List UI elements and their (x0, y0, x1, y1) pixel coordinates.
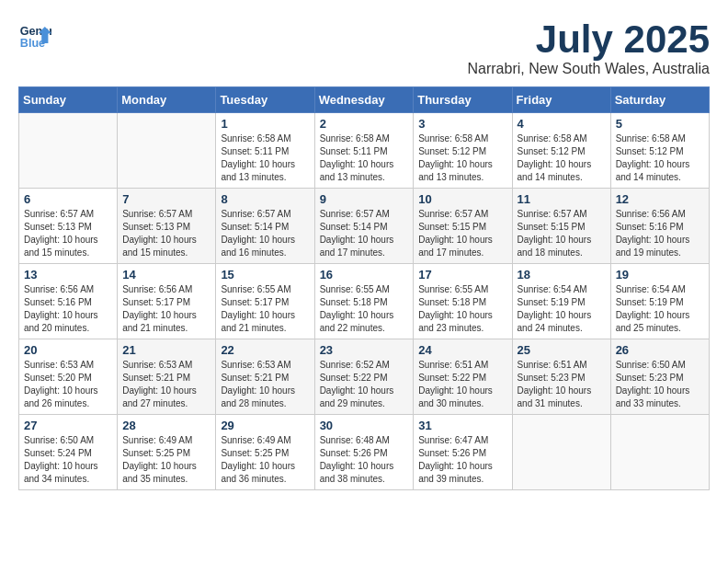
day-number: 7 (122, 192, 210, 206)
calendar-day-cell: 26Sunrise: 6:50 AM Sunset: 5:23 PM Dayli… (610, 339, 709, 415)
day-number: 8 (221, 192, 309, 206)
location-title: Narrabri, New South Wales, Australia (467, 61, 710, 77)
day-info: Sunrise: 6:50 AM Sunset: 5:23 PM Dayligh… (616, 359, 704, 410)
calendar-day-cell (512, 415, 610, 490)
weekday-header-cell: Monday (118, 87, 216, 113)
day-number: 24 (418, 343, 506, 357)
day-info: Sunrise: 6:56 AM Sunset: 5:16 PM Dayligh… (616, 208, 704, 259)
day-info: Sunrise: 6:54 AM Sunset: 5:19 PM Dayligh… (518, 283, 606, 335)
weekday-header-cell: Thursday (414, 87, 512, 113)
calendar-day-cell: 8Sunrise: 6:57 AM Sunset: 5:14 PM Daylig… (216, 189, 314, 264)
calendar-week-row: 1Sunrise: 6:58 AM Sunset: 5:11 PM Daylig… (19, 113, 710, 189)
day-info: Sunrise: 6:55 AM Sunset: 5:18 PM Dayligh… (418, 283, 506, 335)
month-title: July 2025 (467, 18, 710, 61)
calendar-day-cell: 13Sunrise: 6:56 AM Sunset: 5:16 PM Dayli… (19, 264, 118, 339)
day-info: Sunrise: 6:56 AM Sunset: 5:17 PM Dayligh… (122, 283, 210, 335)
day-number: 20 (24, 343, 112, 357)
day-info: Sunrise: 6:58 AM Sunset: 5:11 PM Dayligh… (320, 132, 409, 184)
day-number: 27 (24, 419, 112, 432)
calendar-day-cell: 21Sunrise: 6:53 AM Sunset: 5:21 PM Dayli… (118, 339, 216, 415)
calendar-day-cell: 4Sunrise: 6:58 AM Sunset: 5:12 PM Daylig… (512, 113, 610, 189)
calendar-day-cell: 25Sunrise: 6:51 AM Sunset: 5:23 PM Dayli… (512, 339, 610, 415)
day-info: Sunrise: 6:57 AM Sunset: 5:15 PM Dayligh… (518, 208, 606, 259)
day-info: Sunrise: 6:57 AM Sunset: 5:13 PM Dayligh… (24, 208, 112, 259)
day-info: Sunrise: 6:47 AM Sunset: 5:26 PM Dayligh… (418, 434, 506, 486)
calendar-day-cell: 17Sunrise: 6:55 AM Sunset: 5:18 PM Dayli… (414, 264, 512, 339)
day-info: Sunrise: 6:53 AM Sunset: 5:21 PM Dayligh… (122, 359, 210, 410)
day-number: 21 (122, 343, 210, 357)
calendar-day-cell: 6Sunrise: 6:57 AM Sunset: 5:13 PM Daylig… (19, 189, 118, 264)
calendar-week-row: 6Sunrise: 6:57 AM Sunset: 5:13 PM Daylig… (19, 189, 710, 264)
calendar-day-cell: 19Sunrise: 6:54 AM Sunset: 5:19 PM Dayli… (610, 264, 709, 339)
logo-icon: General Blue (18, 18, 51, 52)
calendar-week-row: 20Sunrise: 6:53 AM Sunset: 5:20 PM Dayli… (19, 339, 710, 415)
day-number: 4 (518, 117, 606, 131)
day-number: 29 (221, 419, 309, 432)
day-info: Sunrise: 6:54 AM Sunset: 5:19 PM Dayligh… (616, 283, 704, 335)
calendar-day-cell: 27Sunrise: 6:50 AM Sunset: 5:24 PM Dayli… (19, 415, 118, 490)
calendar-day-cell: 7Sunrise: 6:57 AM Sunset: 5:13 PM Daylig… (118, 189, 216, 264)
day-number: 28 (122, 419, 210, 432)
day-number: 26 (616, 343, 704, 357)
day-number: 9 (320, 192, 409, 206)
day-number: 10 (418, 192, 506, 206)
title-area: July 2025 Narrabri, New South Wales, Aus… (467, 18, 710, 77)
day-info: Sunrise: 6:51 AM Sunset: 5:23 PM Dayligh… (518, 359, 606, 410)
calendar-day-cell: 10Sunrise: 6:57 AM Sunset: 5:15 PM Dayli… (414, 189, 512, 264)
calendar-body: 1Sunrise: 6:58 AM Sunset: 5:11 PM Daylig… (19, 113, 710, 490)
header: General Blue July 2025 Narrabri, New Sou… (18, 18, 710, 77)
day-info: Sunrise: 6:55 AM Sunset: 5:17 PM Dayligh… (221, 283, 309, 335)
day-number: 18 (518, 268, 606, 282)
calendar-day-cell: 12Sunrise: 6:56 AM Sunset: 5:16 PM Dayli… (610, 189, 709, 264)
day-number: 13 (24, 268, 112, 282)
day-info: Sunrise: 6:53 AM Sunset: 5:21 PM Dayligh… (221, 359, 309, 410)
calendar-day-cell: 20Sunrise: 6:53 AM Sunset: 5:20 PM Dayli… (19, 339, 118, 415)
day-number: 25 (518, 343, 606, 357)
calendar-week-row: 13Sunrise: 6:56 AM Sunset: 5:16 PM Dayli… (19, 264, 710, 339)
day-info: Sunrise: 6:53 AM Sunset: 5:20 PM Dayligh… (24, 359, 112, 410)
day-info: Sunrise: 6:57 AM Sunset: 5:13 PM Dayligh… (122, 208, 210, 259)
day-info: Sunrise: 6:58 AM Sunset: 5:12 PM Dayligh… (418, 132, 506, 184)
day-number: 3 (418, 117, 506, 131)
calendar-day-cell: 1Sunrise: 6:58 AM Sunset: 5:11 PM Daylig… (216, 113, 314, 189)
calendar: SundayMondayTuesdayWednesdayThursdayFrid… (18, 86, 710, 490)
calendar-day-cell: 3Sunrise: 6:58 AM Sunset: 5:12 PM Daylig… (414, 113, 512, 189)
day-number: 19 (616, 268, 704, 282)
calendar-day-cell: 9Sunrise: 6:57 AM Sunset: 5:14 PM Daylig… (314, 189, 414, 264)
calendar-day-cell: 24Sunrise: 6:51 AM Sunset: 5:22 PM Dayli… (414, 339, 512, 415)
day-info: Sunrise: 6:49 AM Sunset: 5:25 PM Dayligh… (122, 434, 210, 486)
calendar-day-cell: 28Sunrise: 6:49 AM Sunset: 5:25 PM Dayli… (118, 415, 216, 490)
calendar-day-cell (118, 113, 216, 189)
day-info: Sunrise: 6:48 AM Sunset: 5:26 PM Dayligh… (320, 434, 409, 486)
calendar-day-cell: 16Sunrise: 6:55 AM Sunset: 5:18 PM Dayli… (314, 264, 414, 339)
logo: General Blue (18, 18, 51, 52)
day-info: Sunrise: 6:49 AM Sunset: 5:25 PM Dayligh… (221, 434, 309, 486)
day-number: 2 (320, 117, 409, 131)
calendar-week-row: 27Sunrise: 6:50 AM Sunset: 5:24 PM Dayli… (19, 415, 710, 490)
day-info: Sunrise: 6:52 AM Sunset: 5:22 PM Dayligh… (320, 359, 409, 410)
day-info: Sunrise: 6:58 AM Sunset: 5:12 PM Dayligh… (518, 132, 606, 184)
weekday-header-cell: Wednesday (314, 87, 414, 113)
day-number: 1 (221, 117, 309, 131)
day-info: Sunrise: 6:55 AM Sunset: 5:18 PM Dayligh… (320, 283, 409, 335)
day-info: Sunrise: 6:57 AM Sunset: 5:14 PM Dayligh… (320, 208, 409, 259)
svg-text:Blue: Blue (20, 37, 45, 50)
calendar-day-cell (610, 415, 709, 490)
day-number: 12 (616, 192, 704, 206)
day-number: 14 (122, 268, 210, 282)
day-info: Sunrise: 6:50 AM Sunset: 5:24 PM Dayligh… (24, 434, 112, 486)
day-info: Sunrise: 6:58 AM Sunset: 5:11 PM Dayligh… (221, 132, 309, 184)
calendar-day-cell: 31Sunrise: 6:47 AM Sunset: 5:26 PM Dayli… (414, 415, 512, 490)
weekday-header-cell: Sunday (19, 87, 118, 113)
calendar-day-cell: 30Sunrise: 6:48 AM Sunset: 5:26 PM Dayli… (314, 415, 414, 490)
day-number: 15 (221, 268, 309, 282)
day-number: 31 (418, 419, 506, 432)
day-number: 6 (24, 192, 112, 206)
calendar-day-cell: 29Sunrise: 6:49 AM Sunset: 5:25 PM Dayli… (216, 415, 314, 490)
day-info: Sunrise: 6:58 AM Sunset: 5:12 PM Dayligh… (616, 132, 704, 184)
day-info: Sunrise: 6:56 AM Sunset: 5:16 PM Dayligh… (24, 283, 112, 335)
day-number: 11 (518, 192, 606, 206)
day-info: Sunrise: 6:57 AM Sunset: 5:14 PM Dayligh… (221, 208, 309, 259)
day-number: 23 (320, 343, 409, 357)
weekday-header-cell: Friday (512, 87, 610, 113)
